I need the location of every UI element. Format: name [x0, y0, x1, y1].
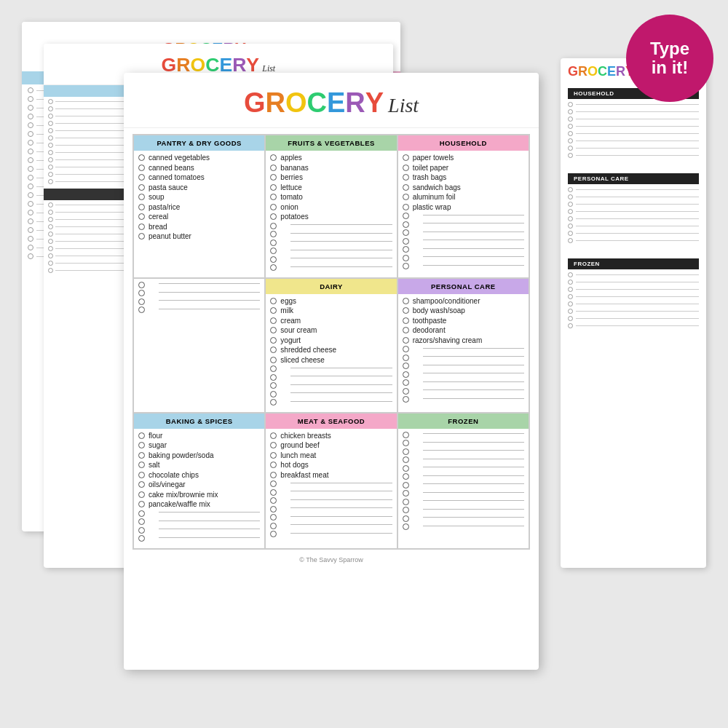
item-checkbox	[138, 204, 145, 210]
dairy-cell: DAIRY eggs milk cream sour cream yogurt …	[265, 278, 397, 413]
main-letter-g: G	[244, 87, 266, 119]
blank-line	[423, 389, 524, 390]
item-label: shampoo/conditioner	[413, 297, 480, 305]
blank-line	[159, 283, 260, 284]
right-line-item	[568, 209, 699, 214]
main-letter-y: Y	[365, 87, 384, 119]
item-label: ground beef	[280, 441, 319, 449]
right-line	[576, 296, 699, 297]
item-label: tomato	[280, 193, 303, 201]
back-checkbox	[28, 183, 33, 189]
blank-checkbox	[270, 497, 277, 504]
blank-line	[423, 240, 524, 240]
blank-line	[423, 450, 524, 451]
item-checkbox	[270, 347, 277, 353]
right-line	[576, 211, 699, 212]
blank-checkbox	[403, 482, 409, 488]
item-label: berries	[280, 173, 303, 181]
right-line-item	[568, 309, 699, 314]
blank-line-row	[138, 290, 260, 296]
blank-line-row	[403, 363, 524, 369]
item-label: soup	[149, 193, 165, 201]
item-checkbox	[138, 501, 145, 507]
blank-checkbox	[403, 379, 409, 386]
blank-line	[290, 499, 392, 500]
mid-checkbox	[48, 217, 53, 222]
right-letter-o: O	[587, 64, 598, 79]
right-line	[576, 189, 699, 190]
item-checkbox	[270, 184, 277, 191]
blank-line-row	[403, 371, 524, 378]
right-frozen-header: FROZEN	[568, 258, 699, 269]
mid-checkbox	[48, 210, 53, 215]
item-checkbox	[138, 223, 145, 230]
blank-checkbox	[403, 371, 409, 378]
item-label: canned beans	[149, 164, 194, 172]
right-checkbox	[568, 301, 573, 306]
back-checkbox	[28, 157, 33, 163]
list-item: canned beans	[138, 164, 260, 172]
blank-line	[290, 224, 392, 225]
blank-checkbox	[403, 246, 409, 253]
frozen-header: FROZEN	[398, 414, 529, 429]
list-item: bread	[138, 223, 260, 231]
right-line	[576, 141, 699, 141]
blank-checkbox	[270, 256, 277, 263]
item-label: pasta sauce	[149, 183, 188, 191]
right-line	[576, 325, 699, 326]
blank-line-row	[403, 346, 524, 352]
blank-line-row	[403, 379, 524, 386]
personal-items: shampoo/conditioner body wash/soap tooth…	[398, 294, 529, 409]
blank-line-row	[403, 238, 524, 245]
back-checkbox	[28, 131, 33, 137]
list-item: lunch meat	[270, 451, 392, 459]
item-checkbox	[270, 194, 277, 200]
back-checkbox	[28, 253, 33, 259]
right-page: G R O C E R Y List HOUSEHOLD	[561, 58, 706, 568]
right-line-item	[568, 323, 699, 328]
blank-line	[423, 433, 524, 434]
right-checkbox	[568, 272, 573, 277]
blank-line-row	[270, 531, 392, 537]
pantry-header: PANTRY & DRY GOODS	[134, 135, 264, 151]
right-line	[576, 282, 699, 282]
item-label: yogurt	[280, 336, 301, 344]
item-checkbox	[138, 481, 145, 488]
item-checkbox	[270, 204, 277, 210]
item-label: canned vegetables	[149, 154, 210, 162]
item-label: hot dogs	[280, 461, 308, 469]
blank-line	[423, 373, 524, 373]
right-checkbox	[568, 309, 573, 314]
blank-checkbox	[270, 382, 277, 389]
right-line	[576, 226, 699, 226]
item-checkbox	[138, 442, 145, 448]
blank-line-row	[403, 490, 524, 496]
list-item: hot dogs	[270, 461, 392, 469]
main-title: G R O C E R Y List	[244, 87, 419, 119]
back-checkbox	[28, 201, 33, 207]
main-footer: © The Savvy Sparrow	[124, 553, 539, 566]
list-item: berries	[270, 173, 392, 181]
blank-line	[290, 266, 392, 267]
blank-line-row	[270, 497, 392, 504]
blank-checkbox	[403, 229, 409, 236]
blank-line-row	[403, 473, 524, 480]
list-item: breakfast meat	[270, 471, 392, 479]
right-checkbox	[568, 116, 573, 122]
blank-checkbox	[403, 440, 409, 446]
right-checkbox	[568, 216, 573, 221]
blank-line	[159, 292, 260, 293]
back-checkbox	[28, 166, 33, 172]
blank-line-row	[403, 432, 524, 438]
item-checkbox	[138, 452, 145, 459]
item-label: aluminum foil	[413, 193, 456, 201]
right-personal-header: PERSONAL CARE	[568, 173, 699, 184]
list-item: chocolate chips	[138, 471, 260, 479]
right-line-item	[568, 238, 699, 243]
blank-checkbox	[403, 490, 409, 496]
item-checkbox	[138, 432, 145, 439]
right-line-item	[568, 287, 699, 292]
right-line-item	[568, 124, 699, 129]
item-label: flour	[149, 432, 162, 440]
right-checkbox	[568, 316, 573, 321]
